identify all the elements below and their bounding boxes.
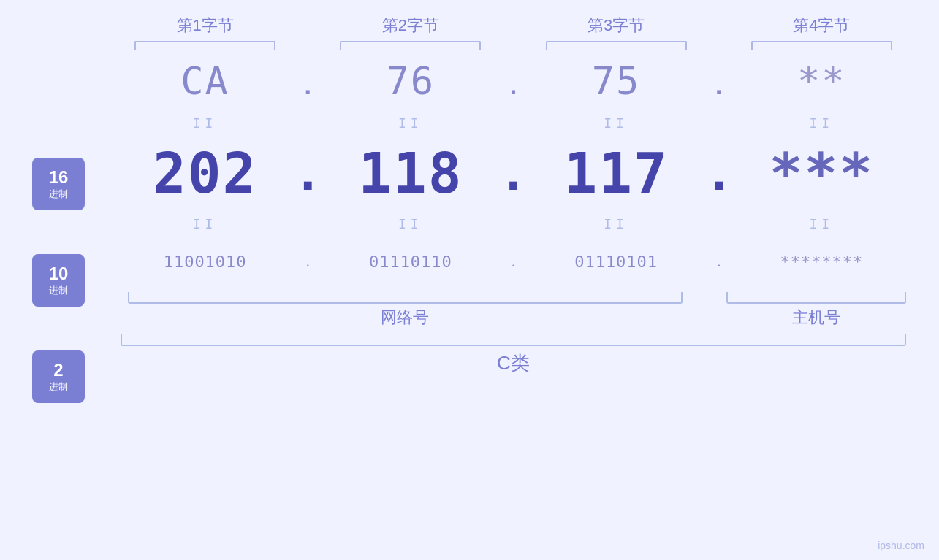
page-container: 16 进制 10 进制 2 进制 第1字节 第2字节 第3字节 [0,0,939,560]
bin-label: 2 进制 [32,350,85,403]
hex-byte1-value: CA [180,59,229,103]
class-section: C类 [117,334,910,376]
eq2-byte3-symbol: II [604,216,628,231]
eq2-byte1-symbol: II [193,216,218,231]
byte2-bracket-top [340,41,481,50]
equals-row-1: II II II II [117,112,910,133]
hex-byte1-cell: CA [117,59,293,103]
bottom-brackets-row: 网络号 主机号 [117,292,910,329]
dec-byte1-cell: 202 [117,141,293,206]
bin-row: 11001010 . 01110110 . 01110101 . *******… [117,234,910,289]
hex-dot3-char: . [714,60,724,102]
dec-byte4-cell: *** [734,141,910,206]
hex-dot1: . [293,59,322,103]
byte4-header-col: 第4字节 [734,15,910,50]
eq2-byte2: II [322,216,498,231]
bin-byte3-value: 01110101 [574,253,658,271]
eq1-byte1-symbol: II [193,115,218,131]
dec-row: 202 . 118 . 117 . *** [117,133,910,213]
byte3-bracket-top [546,41,687,50]
eq2-byte2-symbol: II [398,216,423,231]
bin-dot3-char: . [717,252,721,270]
equals-row-2: II II II II [117,213,910,234]
bin-byte4-cell: ******** [734,253,910,271]
hex-byte4-cell: ** [734,59,910,103]
hex-byte3-cell: 75 [528,59,704,103]
dec-dot3-char: . [711,139,726,202]
bin-byte1-cell: 11001010 [117,253,293,271]
hex-dot2-char: . [508,60,518,102]
bin-byte1-value: 11001010 [164,253,247,271]
bin-base-text: 进制 [49,381,68,393]
dec-byte1-value: 202 [153,141,257,206]
byte1-header-label: 第1字节 [177,15,234,37]
bin-byte4-value: ******** [780,253,863,271]
host-bracket-area: 主机号 [723,292,910,329]
dec-dot1-char: . [300,139,316,202]
hex-byte2-value: 76 [387,59,436,103]
bin-dot2-char: . [511,252,515,270]
bin-dot1: . [293,252,322,271]
bin-byte3-cell: 01110101 [528,253,704,271]
hex-byte3-value: 75 [592,59,641,103]
byte2-header-col: 第2字节 [322,15,498,50]
eq1-byte3-symbol: II [604,115,628,131]
byte4-header-label: 第4字节 [793,15,850,37]
row-labels-column: 16 进制 10 进制 2 进制 [32,158,85,403]
dec-dot1: . [293,139,322,208]
dec-base-text: 进制 [49,285,68,296]
eq1-byte3: II [528,115,704,131]
main-content: 第1字节 第2字节 第3字节 第4字节 CA [102,0,924,560]
hex-dot3: . [704,59,734,103]
bin-dot1-char: . [305,252,310,270]
eq1-byte2: II [322,115,498,131]
dec-byte2-cell: 118 [322,141,498,206]
network-bracket-area: 网络号 [117,292,693,329]
byte1-bracket-top [134,41,275,50]
hex-dot1-char: . [303,60,313,102]
dec-dot2: . [499,139,528,208]
network-bracket-bottom [128,292,683,304]
hex-byte2-cell: 76 [322,59,498,103]
eq1-byte2-symbol: II [398,115,423,131]
dec-byte2-value: 118 [358,141,463,206]
hex-base-number: 16 [49,167,69,188]
host-label: 主机号 [723,307,910,329]
dec-base-number: 10 [49,264,69,285]
bin-base-number: 2 [53,360,63,381]
eq1-byte4-symbol: II [810,115,835,131]
eq1-byte1: II [117,115,293,131]
byte4-bracket-top [751,41,892,50]
host-bracket-bottom [726,292,906,304]
class-label: C类 [117,350,910,376]
class-bracket-bottom [121,334,906,346]
bin-dot3: . [704,252,734,271]
eq2-byte3: II [528,216,704,231]
eq2-byte4: II [734,216,910,231]
hex-byte4-value: ** [797,59,846,103]
byte3-header-col: 第3字节 [528,15,704,50]
dec-byte3-cell: 117 [528,141,704,206]
eq2-byte1: II [117,216,293,231]
bin-byte2-value: 01110110 [369,253,452,271]
dec-byte3-value: 117 [563,141,668,206]
eq1-byte4: II [734,115,910,131]
dec-byte4-value: *** [769,141,874,206]
byte1-header-col: 第1字节 [117,15,293,50]
hex-base-text: 进制 [49,188,68,200]
hex-row: CA . 76 . 75 . ** [117,50,910,112]
hex-dot2: . [499,59,528,103]
bin-dot2: . [499,252,528,271]
eq2-byte4-symbol: II [810,216,835,231]
hex-label: 16 进制 [32,158,85,210]
bottom-dot-space [693,292,723,329]
dec-label: 10 进制 [32,254,85,307]
byte2-header-label: 第2字节 [382,15,439,37]
bin-byte2-cell: 01110110 [322,253,498,271]
dec-dot3: . [704,139,734,208]
byte3-header-label: 第3字节 [588,15,645,37]
byte-headers-row: 第1字节 第2字节 第3字节 第4字节 [117,15,910,50]
dec-dot2-char: . [506,139,521,202]
watermark: ipshu.com [878,540,924,551]
network-label: 网络号 [124,307,686,329]
